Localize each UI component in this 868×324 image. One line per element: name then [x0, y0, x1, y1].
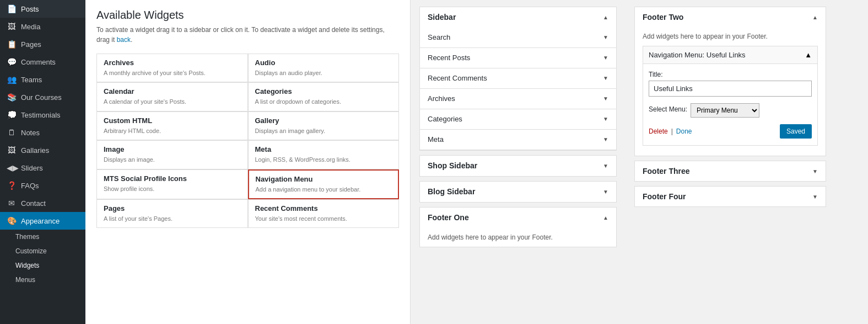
sidebar-item-faqs[interactable]: ❓FAQs — [0, 177, 85, 194]
select-menu-dropdown[interactable]: Primary Menu Secondary Menu — [691, 103, 759, 118]
faqs-icon: ❓ — [7, 181, 17, 190]
footer-three-chevron: ▼ — [812, 168, 818, 174]
sidebar-area-item-recent-comments: Recent Comments▼ — [420, 68, 616, 89]
sidebar-item-contact[interactable]: ✉Contact — [0, 194, 85, 212]
pages-icon: 📋 — [7, 40, 17, 49]
footer-two-body: Add widgets here to appear in your Foote… — [635, 27, 826, 156]
footer-two-chevron-up: ▲ — [812, 14, 818, 20]
sidebar-area-item-recent-posts: Recent Posts▼ — [420, 48, 616, 68]
shop-sidebar-title: Shop Sidebar — [428, 161, 477, 170]
sidebar-area-label-recent-comments: Recent Comments — [428, 74, 487, 82]
footer-one-chevron: ▲ — [603, 215, 608, 221]
widget-mts-social[interactable]: MTS Social Profile IconsShow profile ico… — [96, 169, 248, 199]
widget-recent-comments[interactable]: Recent CommentsYour site's most recent c… — [248, 199, 400, 228]
sidebar-area-chevron-recent-posts: ▼ — [603, 55, 608, 61]
sidebar-item-gallaries[interactable]: 🖼Gallaries — [0, 141, 85, 159]
footer-one-header[interactable]: Footer One ▲ — [420, 208, 616, 228]
sidebar-item-media[interactable]: 🖼Media — [0, 18, 85, 35]
sidebar-label-posts: Posts — [21, 5, 39, 13]
sidebar-item-teams[interactable]: 👥Teams — [0, 71, 85, 88]
sidebar-area-label-categories: Categories — [428, 115, 462, 123]
sidebar-area-item-categories: Categories▼ — [420, 109, 616, 130]
sidebar-label-testimonials: Testimonials — [21, 111, 61, 119]
notes-icon: 🗒 — [7, 128, 17, 137]
sidebar-item-comments[interactable]: 💬Comments — [0, 53, 85, 71]
done-link[interactable]: Done — [676, 128, 692, 135]
footer-four-header[interactable]: Footer Four ▼ — [635, 187, 826, 206]
title-input[interactable] — [649, 81, 812, 97]
widget-calendar[interactable]: CalendarA calendar of your site's Posts. — [96, 82, 248, 111]
shop-sidebar-section: Shop Sidebar ▼ — [419, 155, 617, 177]
widget-custom-html[interactable]: Custom HTMLArbitrary HTML code. — [96, 111, 248, 140]
main-content: Available Widgets To activate a widget d… — [85, 0, 868, 324]
sidebar-area-header-search[interactable]: Search▼ — [420, 28, 616, 47]
footer-two-header[interactable]: Footer Two ▲ — [635, 7, 826, 27]
widgets-grid: ArchivesA monthly archive of your site's… — [96, 54, 399, 228]
back-link[interactable]: back — [117, 36, 131, 44]
saved-button[interactable]: Saved — [780, 124, 812, 139]
sidebar-area-chevron-categories: ▼ — [603, 116, 608, 122]
sidebar-area-label-search: Search — [428, 33, 450, 41]
sidebar-sub-menus[interactable]: Menus — [0, 273, 85, 287]
sidebar-area-header-recent-comments[interactable]: Recent Comments▼ — [420, 68, 616, 88]
widget-navigation-menu[interactable]: Navigation MenuAdd a navigation menu to … — [248, 169, 400, 199]
sidebar-item-testimonials[interactable]: 💭Testimonials — [0, 106, 85, 124]
shop-sidebar-header[interactable]: Shop Sidebar ▼ — [420, 156, 616, 176]
widget-desc-pages: A list of your site's Pages. — [104, 215, 241, 223]
sidebar-area-chevron-recent-comments: ▼ — [603, 75, 608, 81]
sidebar-item-appearance[interactable]: 🎨Appearance — [0, 212, 85, 230]
sidebar-item-pages[interactable]: 📋Pages — [0, 35, 85, 53]
sidebar-area-header-categories[interactable]: Categories▼ — [420, 109, 616, 129]
widget-name-image: Image — [104, 145, 241, 153]
sidebar-area-header-meta[interactable]: Meta▼ — [420, 130, 616, 150]
nav-menu-widget: Navigation Menu: Useful Links ▲ Title: S — [643, 46, 818, 146]
widget-actions: Delete | Done Saved — [649, 124, 812, 139]
widget-gallery[interactable]: GalleryDisplays an image gallery. — [248, 111, 400, 140]
sidebar-area-label-archives: Archives — [428, 94, 455, 103]
widget-pages[interactable]: PagesA list of your site's Pages. — [96, 199, 248, 228]
sidebar-items-list: Search▼Recent Posts▼Recent Comments▼Arch… — [420, 28, 616, 150]
sidebar-section-header[interactable]: Sidebar ▲ — [420, 7, 616, 28]
footer-four-chevron: ▼ — [812, 194, 818, 200]
sidebar-label-faqs: FAQs — [21, 182, 39, 190]
widget-name-custom-html: Custom HTML — [104, 116, 241, 125]
blog-sidebar-header[interactable]: Blog Sidebar ▼ — [420, 182, 616, 202]
footer-two-section: Footer Two ▲ Add widgets here to appear … — [634, 7, 826, 156]
widget-links: Delete | Done — [649, 128, 692, 135]
sidebar-area-chevron-meta: ▼ — [603, 136, 608, 142]
our-courses-icon: 📚 — [7, 93, 17, 102]
footer-three-title: Footer Three — [643, 167, 690, 176]
sidebar-area-header-recent-posts[interactable]: Recent Posts▼ — [420, 48, 616, 68]
sidebar-area-label-recent-posts: Recent Posts — [428, 54, 470, 62]
widget-desc-mts-social: Show profile icons. — [104, 185, 241, 193]
sidebar-item-sliders[interactable]: ◀▶Sliders — [0, 159, 85, 177]
sidebar-sub-widgets[interactable]: Widgets — [0, 258, 85, 273]
footer-one-body: Add widgets here to appear in your Foote… — [420, 228, 616, 247]
blog-sidebar-chevron: ▼ — [603, 189, 608, 195]
sidebar-label-teams: Teams — [21, 76, 42, 84]
sidebar-label-gallaries: Gallaries — [21, 146, 49, 155]
nav-menu-widget-header[interactable]: Navigation Menu: Useful Links ▲ — [643, 46, 817, 64]
delete-link[interactable]: Delete — [649, 128, 668, 135]
footer-three-header[interactable]: Footer Three ▼ — [635, 161, 826, 181]
sidebar-item-posts[interactable]: 📄Posts — [0, 0, 85, 18]
sidebar-label-notes: Notes — [21, 129, 40, 137]
widget-archives[interactable]: ArchivesA monthly archive of your site's… — [96, 54, 248, 82]
footer-four-section: Footer Four ▼ — [634, 186, 826, 207]
widget-image[interactable]: ImageDisplays an image. — [96, 140, 248, 169]
widget-name-categories: Categories — [255, 87, 392, 95]
sidebar-sub-customize[interactable]: Customize — [0, 244, 85, 258]
sidebar-area-header-archives[interactable]: Archives▼ — [420, 89, 616, 109]
sidebar-sub-themes[interactable]: Themes — [0, 230, 85, 244]
widget-meta[interactable]: MetaLogin, RSS, & WordPress.org links. — [248, 140, 400, 169]
admin-sidebar: 📄Posts🖼Media📋Pages💬Comments👥Teams📚Our Co… — [0, 0, 85, 324]
sidebar-item-our-courses[interactable]: 📚Our Courses — [0, 88, 85, 106]
title-label: Title: — [649, 71, 812, 78]
sidebar-area-item-archives: Archives▼ — [420, 89, 616, 109]
sidebar-item-notes[interactable]: 🗒Notes — [0, 124, 85, 141]
widget-name-audio: Audio — [255, 59, 392, 67]
title-field-row: Title: — [649, 71, 812, 97]
widget-categories[interactable]: CategoriesA list or dropdown of categori… — [248, 82, 400, 111]
widget-audio[interactable]: AudioDisplays an audio player. — [248, 54, 400, 82]
sidebar-area-item-search: Search▼ — [420, 28, 616, 48]
